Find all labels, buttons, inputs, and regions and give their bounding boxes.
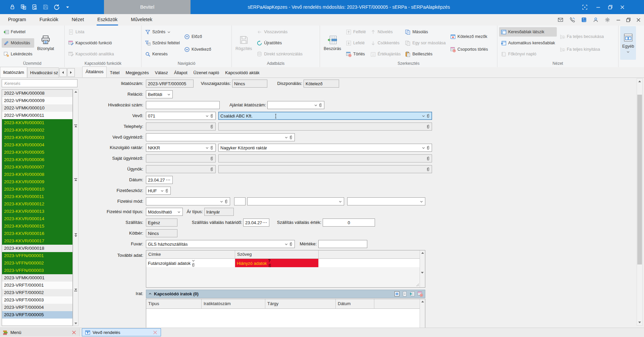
list-item[interactable]: 2023-KKVR/000015: [2, 223, 72, 230]
list-item[interactable]: 2022-VFMK/000011: [2, 112, 72, 119]
window-tab-bevitel[interactable]: Bevitel: [104, 0, 191, 14]
chevron-down-icon[interactable]: [160, 189, 164, 193]
list-item[interactable]: 2023-KKVR/000012: [2, 200, 72, 208]
paperclip-icon[interactable]: [210, 145, 214, 150]
list-item[interactable]: 2023-KKVR/000017: [2, 237, 72, 245]
raktar-name-combobox[interactable]: Nagyker Központi raktár: [218, 144, 432, 152]
scroll-down-icon[interactable]: [421, 272, 424, 274]
chevron-down-icon[interactable]: [284, 242, 288, 246]
list-item[interactable]: 2023-VRFT/000002: [2, 289, 72, 296]
taskbar-tab-vevo-rendeles[interactable]: Vevő rendelés: [82, 328, 161, 336]
list-item[interactable]: 2023-KKVR/000007: [2, 163, 72, 171]
minimize-button[interactable]: [592, 0, 604, 14]
menu-item[interactable]: Műveletek: [130, 14, 153, 26]
scroll-up-icon[interactable]: [638, 81, 641, 82]
bizonylat-button[interactable]: Bizonylat: [35, 26, 56, 60]
kovetkezo-button[interactable]: Következő: [182, 45, 213, 54]
scroll-marker-icon[interactable]: [74, 178, 77, 181]
paperclip-icon[interactable]: [192, 262, 195, 268]
fizetoeszkoz-combobox[interactable]: HUF: [146, 187, 171, 195]
sidebar-tab-scroll-right[interactable]: [67, 68, 75, 77]
collapse-chevron-icon[interactable]: [148, 292, 152, 296]
list-item[interactable]: 2023-KKVR/000018: [2, 245, 72, 252]
szures-button[interactable]: Szűrés: [143, 27, 181, 37]
chevron-down-icon[interactable]: [420, 200, 423, 203]
empty-cell[interactable]: [319, 259, 425, 268]
chevron-down-icon[interactable]: [177, 210, 181, 214]
scroll-marker-icon[interactable]: [74, 124, 77, 127]
form-tab[interactable]: Megjegyzés: [122, 68, 152, 78]
list-item[interactable]: 2023-KKVR/000006: [2, 156, 72, 163]
fizetesi-mod-second-combobox[interactable]: [347, 197, 425, 205]
scroll-up-icon[interactable]: [74, 91, 77, 93]
fizetesi-mod-extra-field[interactable]: [234, 197, 246, 205]
table-scrollbar[interactable]: [420, 250, 425, 287]
elozo-button[interactable]: Előző: [182, 32, 213, 41]
list-item[interactable]: 2022-VFMK/000010: [2, 104, 72, 112]
paperclip-icon[interactable]: [289, 242, 293, 247]
automatikus-keresoablak-button[interactable]: Automatikus keresőablak: [499, 38, 557, 48]
kereses-button[interactable]: Keresés: [143, 49, 181, 59]
document-search-icon[interactable]: [32, 4, 38, 10]
close-button[interactable]: [616, 0, 628, 14]
list-item[interactable]: 2023-VFMK/000001: [2, 274, 72, 282]
list-item[interactable]: 2023-VRFT/000003: [2, 296, 72, 304]
close-tab-icon[interactable]: [71, 330, 77, 335]
chevron-down-icon[interactable]: [338, 200, 342, 203]
paperclip-icon[interactable]: [319, 103, 322, 108]
paperclip-icon[interactable]: [165, 188, 169, 193]
focus-mode-button[interactable]: [579, 0, 590, 14]
list-item[interactable]: 2022-VFMK/000009: [2, 97, 72, 104]
list-item[interactable]: 2023-VFFN/000002: [2, 259, 72, 267]
kapcsolodo-funkcio-button[interactable]: Kapcsolódó funkció: [66, 38, 116, 48]
kapcsolodo-iratok-header[interactable]: Kapcsolódó iratok (0): [146, 290, 425, 298]
list-item[interactable]: 2023-KKVR/000004: [2, 141, 72, 149]
hivatkozasi-field[interactable]: [146, 101, 220, 109]
scroll-up-icon[interactable]: [421, 301, 424, 302]
form-tab[interactable]: Üzenet napló: [191, 68, 222, 78]
paperclip-icon[interactable]: [224, 199, 228, 204]
list-item[interactable]: 2023-VFFN/000001: [2, 252, 72, 259]
paperclip-icon[interactable]: [210, 167, 214, 172]
modositas-button[interactable]: Módosítás: [2, 38, 34, 48]
paperclip-icon[interactable]: [426, 156, 430, 161]
paperclip-icon[interactable]: [210, 124, 214, 129]
datum-field[interactable]: 23.04.27.···: [146, 176, 173, 184]
kotelezo-mezok-button[interactable]: Kötelező mezők: [448, 32, 490, 41]
relacio-combobox[interactable]: Belföldi: [146, 90, 173, 98]
egyeb-button[interactable]: Egyéb: [620, 26, 636, 60]
masolas-button[interactable]: Másolás: [403, 27, 447, 37]
szallitas-hatarido-field[interactable]: 23.04.27.···: [243, 219, 269, 227]
menu-item[interactable]: Eszközök: [97, 14, 118, 26]
chevron-down-icon[interactable]: [314, 103, 318, 107]
scroll-marker-icon[interactable]: [74, 233, 77, 237]
list-item[interactable]: 2023-VRFT/000005: [2, 311, 72, 319]
column-header-cimke[interactable]: Címke: [146, 250, 235, 258]
fizetesi-mod-name-combobox[interactable]: [247, 197, 344, 205]
menu-item[interactable]: Program: [7, 14, 27, 26]
document-list-icon[interactable]: [20, 4, 26, 10]
mail-icon[interactable]: [557, 17, 564, 23]
menu-item[interactable]: Funkciók: [39, 14, 59, 26]
list-item[interactable]: 2023-KKVR/000008: [2, 171, 72, 178]
fizetesi-mod-tipus-combobox[interactable]: Módosítható: [146, 208, 183, 216]
user-icon[interactable]: [593, 17, 599, 23]
refresh-icon[interactable]: [54, 4, 60, 10]
quick-access-dropdown-icon[interactable]: [65, 4, 70, 10]
settings-gear-icon[interactable]: [604, 17, 610, 23]
warning-question-icon[interactable]: ?: [268, 258, 271, 263]
chevron-down-icon[interactable]: [284, 136, 288, 139]
list-item[interactable]: 2023-KKVR/000016: [2, 230, 72, 237]
list-item[interactable]: 2023-KKVR/000009: [2, 178, 72, 186]
document-icon[interactable]: [402, 291, 408, 297]
resize-grip-icon[interactable]: [416, 283, 419, 287]
list-item[interactable]: 2023-KKVR/000002: [2, 127, 72, 134]
beszuras-button[interactable]: Beszúrás: [322, 26, 343, 60]
list-item[interactable]: 2023-KKVR/000011: [2, 193, 72, 200]
list-item[interactable]: 2023-KKVR/000001: [2, 119, 72, 127]
chevron-down-icon[interactable]: [192, 259, 195, 262]
list-item[interactable]: 2023-KKVR/000003: [2, 134, 72, 141]
scroll-down-icon[interactable]: [638, 322, 641, 323]
scroll-down-icon[interactable]: [74, 323, 77, 324]
vevo-ugyintezo-combobox[interactable]: [146, 133, 295, 141]
